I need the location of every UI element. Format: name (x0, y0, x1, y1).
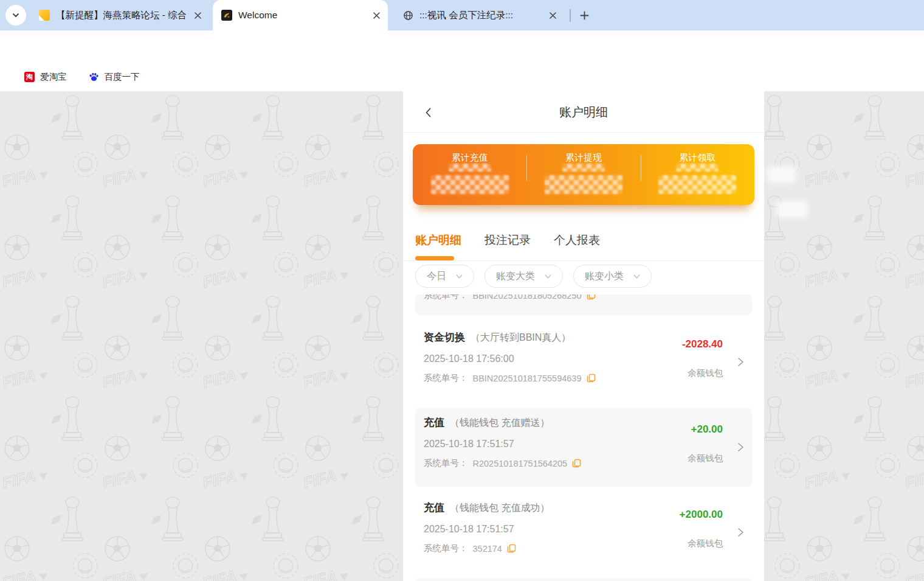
censor-smudge (767, 166, 796, 183)
summary-label: 累计充值 (452, 152, 488, 163)
filter-label: 账变小类 (585, 270, 624, 283)
censored-value (658, 175, 736, 194)
record-wallet: 余额钱包 (688, 538, 723, 549)
report-tabs: 账户明细 投注记录 个人报表 (403, 220, 764, 261)
record-wallet: 余额钱包 (688, 367, 723, 379)
note-icon (39, 10, 50, 21)
page-background: FIFA 账户明细 (0, 91, 924, 581)
censor-smudge (776, 201, 808, 218)
summary-total-bonus: 累计领取 (641, 144, 754, 205)
minor-category-dropdown[interactable]: 账变小类 (573, 265, 652, 288)
list-item[interactable]: 资金切换（大厅转到BBIN真人） 2025-10-18 17:56:00 系统单… (415, 322, 752, 402)
order-number: 352174 (473, 544, 502, 554)
browser-toolbar: 175616.cc/reports/index (0, 30, 924, 63)
tab-divider (570, 9, 571, 22)
chevron-right-icon (735, 442, 746, 453)
summary-label: 累计提现 (565, 152, 602, 163)
order-number: BBIN202510181755594639 (473, 374, 582, 383)
tab-title: Welcome (238, 10, 365, 21)
chevron-down-icon (455, 272, 464, 281)
order-prefix: 系统单号： (424, 372, 468, 384)
taobao-icon: 淘 (24, 72, 35, 82)
active-tab-underline (415, 256, 454, 260)
record-amount: +2000.00 (680, 509, 723, 521)
order-prefix: 系统单号： (424, 457, 468, 469)
list-item-bottom-peek[interactable] (415, 578, 752, 581)
summary-total-withdraw: 累计提现 (526, 144, 640, 205)
record-detail: （钱能钱包 充值赠送） (450, 417, 550, 428)
globe-icon (402, 10, 413, 21)
panel-header: 账户明细 (403, 91, 764, 133)
censored-value (431, 175, 509, 194)
baidu-paw-icon (89, 72, 99, 82)
record-time: 2025-10-18 17:51:57 (424, 524, 743, 535)
censored-value (676, 164, 719, 172)
gold-emblem-icon (221, 10, 232, 21)
censored-value (449, 164, 491, 172)
chevron-right-icon (735, 357, 746, 367)
record-amount: +20.00 (691, 423, 723, 436)
bookmark-baidu[interactable]: 百度一下 (89, 71, 140, 83)
record-time: 2025-10-18 17:56:00 (424, 353, 743, 364)
record-detail: （大厅转到BBIN真人） (471, 332, 571, 343)
bookmarks-bar: 淘 爱淘宝 百度一下 (0, 63, 924, 91)
record-detail: （钱能钱包 充值成功） (450, 503, 550, 513)
order-number: BBIN202510181805268250 (473, 294, 582, 301)
tab-title: :::视讯 会员下注纪录::: (419, 9, 541, 22)
tab-bet-records[interactable]: 投注记录 (484, 232, 531, 248)
filter-label: 今日 (427, 270, 446, 283)
account-detail-panel: 账户明细 累计充值 累计提现 累计领取 账户明细 投注记录 个人报表 (403, 91, 764, 581)
close-icon[interactable] (547, 10, 558, 21)
censored-value (545, 175, 622, 194)
record-time: 2025-10-18 17:51:57 (424, 439, 743, 450)
record-wallet: 余额钱包 (688, 453, 723, 464)
tab-title: 【新提醒】海燕策略论坛 - 综合 (56, 9, 186, 22)
chevron-down-icon (11, 10, 21, 20)
new-tab-button[interactable] (576, 7, 592, 23)
page-title: 账户明细 (403, 91, 764, 133)
tab-personal-report[interactable]: 个人报表 (554, 232, 600, 248)
summary-card: 累计充值 累计提现 累计领取 (413, 144, 754, 205)
major-category-dropdown[interactable]: 账变大类 (484, 265, 563, 288)
tab-account-detail[interactable]: 账户明细 (415, 232, 461, 248)
list-item-partial[interactable]: 系统单号： BBIN202510181805268250 (415, 294, 752, 315)
bookmark-label: 百度一下 (105, 71, 140, 83)
chevron-down-icon (543, 272, 553, 281)
plus-icon (580, 11, 589, 20)
order-number-row: 系统单号： BBIN202510181805268250 (424, 294, 743, 301)
close-icon[interactable] (371, 10, 382, 21)
order-prefix: 系统单号： (424, 294, 468, 301)
tab-strip: 【新提醒】海燕策略论坛 - 综合 Welcome :::视讯 会员下注纪录::: (0, 0, 924, 30)
close-icon[interactable] (192, 10, 203, 21)
censored-value (562, 164, 605, 172)
filter-label: 账变大类 (496, 270, 535, 283)
bookmark-taobao[interactable]: 淘 爱淘宝 (24, 71, 67, 83)
copy-icon[interactable] (572, 459, 581, 468)
copy-icon[interactable] (507, 544, 516, 553)
record-type: 充值 (424, 502, 444, 513)
list-item[interactable]: 充值（钱能钱包 充值成功） 2025-10-18 17:51:57 系统单号： … (415, 493, 752, 572)
record-amount: -2028.40 (682, 338, 723, 350)
browser-tab-forum[interactable]: 【新提醒】海燕策略论坛 - 综合 (30, 0, 209, 30)
browser-tab-records[interactable]: :::视讯 会员下注纪录::: (394, 0, 564, 30)
record-type: 充值 (424, 417, 444, 428)
tab-search-button[interactable] (5, 5, 26, 26)
date-filter-dropdown[interactable]: 今日 (415, 265, 474, 288)
filter-row: 今日 账变大类 账变小类 (403, 261, 764, 294)
browser-tab-welcome[interactable]: Welcome (213, 0, 388, 30)
transaction-list[interactable]: 系统单号： BBIN202510181805268250 资金切换（大厅转到BB… (403, 294, 764, 581)
order-number: R202510181751564205 (473, 459, 568, 468)
summary-label: 累计领取 (679, 152, 715, 163)
list-item[interactable]: 充值（钱能钱包 充值赠送） 2025-10-18 17:51:57 系统单号： … (415, 408, 752, 487)
summary-total-deposit: 累计充值 (413, 144, 526, 205)
order-prefix: 系统单号： (424, 543, 468, 554)
bookmark-label: 爱淘宝 (40, 71, 67, 83)
chevron-right-icon (735, 527, 746, 538)
chevron-down-icon (632, 272, 641, 281)
copy-icon[interactable] (587, 374, 596, 383)
copy-icon[interactable] (587, 294, 596, 300)
record-type: 资金切换 (424, 332, 465, 343)
